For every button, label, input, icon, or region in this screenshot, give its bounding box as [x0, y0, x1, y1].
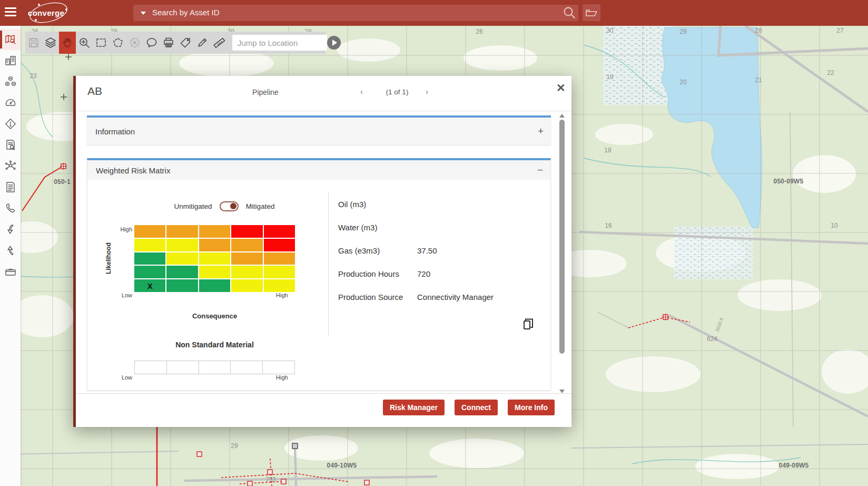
- nonstd-cell: [199, 361, 231, 374]
- field-row: Oil (m3): [338, 192, 538, 216]
- map-toolbar: [25, 32, 326, 54]
- field-value: Connectivity Manager: [417, 293, 494, 302]
- risk-cell: [166, 279, 198, 292]
- nonstd-cell: [166, 361, 199, 374]
- risk-cell: [199, 266, 230, 278]
- sidebar-item-import[interactable]: [0, 219, 21, 240]
- sidebar-item-export[interactable]: [0, 240, 21, 261]
- risk-cell: [264, 279, 295, 292]
- risk-matrix-grid: X: [134, 225, 295, 292]
- copy-icon[interactable]: [521, 317, 535, 331]
- sidebar-item-phone[interactable]: [0, 198, 21, 219]
- jump-to-location-input[interactable]: [232, 35, 327, 51]
- pager-prev-icon[interactable]: ‹: [360, 87, 363, 96]
- risk-cell: [166, 239, 198, 251]
- toggle-label-unmitigated: Unmitigated: [174, 202, 212, 210]
- polygon-select-button[interactable]: [110, 32, 126, 54]
- field-row: Gas (e3m3)37.50: [338, 239, 538, 262]
- risk-panel-header[interactable]: Weighted Risk Matrix −: [87, 160, 550, 180]
- risk-cell: [199, 225, 230, 238]
- scrollbar-thumb[interactable]: [559, 120, 565, 354]
- connect-button[interactable]: Connect: [455, 400, 498, 415]
- risk-cell: [231, 225, 262, 238]
- collapse-icon[interactable]: −: [537, 164, 543, 176]
- arrow-up-icon: [4, 244, 17, 257]
- open-folder-icon[interactable]: [583, 4, 600, 21]
- risk-diamond-icon: [4, 118, 17, 130]
- pager-label: (1 of 1): [376, 88, 418, 96]
- risk-cell: [264, 252, 295, 265]
- risk-cell: [231, 266, 262, 278]
- scroll-down-icon[interactable]: [559, 390, 565, 393]
- asset-type-label: Pipeline: [234, 88, 297, 96]
- nonstd-high-label: High: [276, 374, 303, 381]
- risk-cell: [199, 252, 230, 265]
- expand-icon[interactable]: +: [538, 125, 544, 137]
- non-standard-material-title: Non Standard Material: [134, 341, 295, 349]
- measure-button[interactable]: [211, 32, 228, 54]
- scroll-up-icon[interactable]: [559, 114, 565, 118]
- sidebar-item-network[interactable]: [0, 155, 21, 177]
- nonstd-cell: [134, 361, 167, 374]
- zoom-in-button[interactable]: [76, 32, 93, 54]
- field-label: Production Hours: [338, 269, 417, 278]
- sidebar-item-report[interactable]: [0, 177, 21, 198]
- consequence-high-label: High: [276, 292, 303, 298]
- more-info-button[interactable]: More Info: [508, 400, 555, 415]
- clear-selection-button[interactable]: [126, 32, 143, 54]
- app-root: 2625292826302928272319202122181610050-09…: [0, 0, 868, 486]
- app-logo: converge: [23, 0, 76, 26]
- risk-cell: [231, 279, 262, 292]
- mitigation-toggle[interactable]: [220, 201, 239, 211]
- asset-group-icon: [4, 75, 17, 88]
- tag-button[interactable]: [177, 32, 194, 54]
- layers-button[interactable]: [42, 32, 59, 54]
- mitigation-toggle-row: Unmitigated Mitigated: [108, 199, 340, 213]
- draw-button[interactable]: [194, 32, 211, 54]
- network-icon: [4, 160, 17, 172]
- information-panel[interactable]: Information +: [87, 115, 551, 145]
- sidebar-item-facilities[interactable]: [0, 50, 21, 71]
- risk-cell: [134, 239, 165, 251]
- close-icon[interactable]: ✕: [556, 82, 566, 94]
- risk-cell: [264, 225, 295, 238]
- search-dropdown-caret-icon[interactable]: [141, 12, 146, 15]
- comment-button[interactable]: [143, 32, 160, 54]
- sidebar-item-map-search[interactable]: [0, 29, 21, 50]
- risk-manager-button[interactable]: Risk Manager: [383, 400, 445, 415]
- pager-next-icon[interactable]: ›: [426, 87, 428, 96]
- phone-icon: [4, 202, 17, 215]
- rectangle-select-button[interactable]: [93, 32, 110, 54]
- modal-scrollbar[interactable]: [558, 113, 566, 394]
- search-placeholder: Search by Asset ID: [152, 8, 220, 17]
- risk-cell: [199, 279, 230, 292]
- sidebar-item-archive[interactable]: [0, 261, 21, 282]
- risk-cell: [134, 252, 165, 265]
- field-row: Water (m3): [338, 216, 538, 239]
- field-row: Production SourceConnectivity Manager: [338, 285, 538, 308]
- play-button[interactable]: [327, 36, 341, 50]
- toggle-label-mitigated: Mitigated: [246, 202, 275, 210]
- risk-cell: [231, 252, 262, 265]
- risk-panel-title: Weighted Risk Matrix: [96, 166, 170, 174]
- pan-hand-button[interactable]: [59, 32, 76, 54]
- risk-cell: X: [134, 279, 165, 292]
- nonstd-low-label: Low: [103, 374, 132, 381]
- map-search-icon: [4, 33, 17, 46]
- print-button[interactable]: [160, 32, 177, 54]
- menu-icon[interactable]: [5, 7, 17, 18]
- top-bar: converge Search by Asset ID: [0, 0, 868, 26]
- archive-box-icon: [4, 265, 17, 278]
- risk-cell: [166, 252, 198, 265]
- sidebar-item-asset-group[interactable]: [0, 71, 21, 92]
- field-label: Water (m3): [338, 223, 417, 232]
- sidebar-item-document-search[interactable]: [0, 134, 21, 155]
- asset-search-box[interactable]: Search by Asset ID: [133, 5, 578, 21]
- risk-matrix-panel: Weighted Risk Matrix − Unmitigated Mitig…: [87, 158, 551, 391]
- search-icon[interactable]: [563, 6, 576, 20]
- sidebar-item-gauge[interactable]: [0, 92, 21, 113]
- field-label: Production Source: [338, 293, 417, 302]
- save-button[interactable]: [25, 32, 42, 54]
- risk-cell: [264, 266, 295, 278]
- sidebar-item-risk[interactable]: [0, 113, 21, 134]
